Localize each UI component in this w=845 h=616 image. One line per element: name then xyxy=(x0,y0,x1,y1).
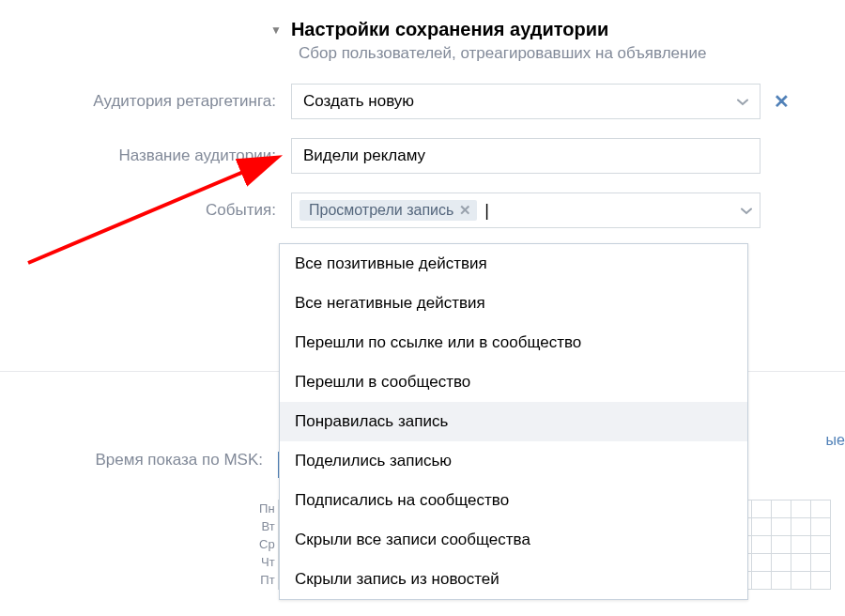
events-label: События: xyxy=(28,201,291,220)
schedule-cell[interactable] xyxy=(772,536,791,554)
chevron-down-icon xyxy=(737,94,748,109)
schedule-label: Время показа по MSK: xyxy=(28,441,278,470)
section-subtitle: Сбор пользователей, отреагировавших на о… xyxy=(299,44,817,63)
events-multiselect[interactable]: Просмотрели запись ✕ | xyxy=(291,192,760,228)
schedule-cell[interactable] xyxy=(811,572,831,590)
day-label: Чт xyxy=(259,553,275,571)
dropdown-item[interactable]: Подписались на сообщество xyxy=(280,481,747,520)
section-header: ▼ Настройки сохранения аудитории xyxy=(270,19,817,40)
dropdown-item[interactable]: Поделились записью xyxy=(280,441,747,481)
schedule-cell[interactable] xyxy=(772,554,791,572)
schedule-cell[interactable] xyxy=(772,500,791,518)
schedule-cell[interactable] xyxy=(791,536,811,554)
text-cursor: | xyxy=(484,201,489,221)
events-dropdown: Все позитивные действияВсе негативные де… xyxy=(279,243,748,600)
dropdown-item[interactable]: Все позитивные действия xyxy=(280,244,747,284)
partial-link[interactable]: ые xyxy=(826,432,845,449)
chevron-down-icon xyxy=(741,203,752,218)
audience-name-input[interactable] xyxy=(291,138,760,174)
schedule-cell[interactable] xyxy=(752,500,772,518)
dropdown-item[interactable]: Понравилась запись xyxy=(280,402,747,441)
name-label: Название аудитории: xyxy=(28,146,291,165)
schedule-cell[interactable] xyxy=(811,500,831,518)
schedule-cell[interactable] xyxy=(811,536,831,554)
day-label: Пт xyxy=(259,571,275,589)
tag-remove-icon[interactable]: ✕ xyxy=(459,202,471,219)
schedule-cell[interactable] xyxy=(752,536,772,554)
schedule-cell[interactable] xyxy=(811,518,831,536)
schedule-cell[interactable] xyxy=(772,572,791,590)
schedule-cell[interactable] xyxy=(752,518,772,536)
section-title: Настройки сохранения аудитории xyxy=(291,19,608,40)
event-tag: Просмотрели запись ✕ xyxy=(300,200,477,221)
schedule-cell[interactable] xyxy=(791,554,811,572)
dropdown-item[interactable]: Скрыли запись из новостей xyxy=(280,560,747,599)
retargeting-select[interactable]: Создать новую xyxy=(291,84,760,119)
event-tag-label: Просмотрели запись xyxy=(309,202,453,219)
day-label: Вт xyxy=(259,517,275,535)
day-label: Пн xyxy=(259,500,275,517)
dropdown-item[interactable]: Скрыли все записи сообщества xyxy=(280,520,747,560)
schedule-cell[interactable] xyxy=(791,572,811,590)
schedule-cell[interactable] xyxy=(811,554,831,572)
collapse-triangle-icon[interactable]: ▼ xyxy=(270,23,282,37)
dropdown-item[interactable]: Все негативные действия xyxy=(280,284,747,323)
schedule-cell[interactable] xyxy=(752,554,772,572)
schedule-cell[interactable] xyxy=(752,572,772,590)
retargeting-value: Создать новую xyxy=(303,92,737,111)
dropdown-item[interactable]: Перешли в сообщество xyxy=(280,362,747,402)
schedule-cell[interactable] xyxy=(791,518,811,536)
dropdown-item[interactable]: Перешли по ссылке или в сообщество xyxy=(280,323,747,362)
schedule-cell[interactable] xyxy=(791,500,811,518)
schedule-cell[interactable] xyxy=(772,518,791,536)
day-label: Ср xyxy=(259,535,275,553)
retargeting-label: Аудитория ретаргетинга: xyxy=(28,92,291,111)
remove-audience-icon[interactable]: ✕ xyxy=(774,90,790,113)
